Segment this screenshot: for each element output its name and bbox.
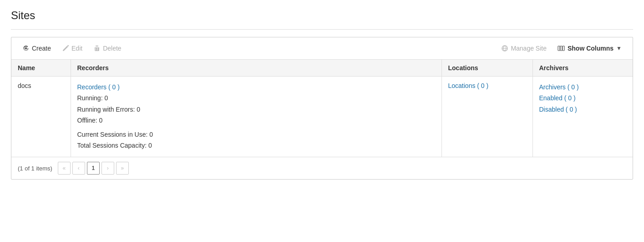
pagination-summary: (1 of 1 items) [18,165,52,172]
pagination-first-button[interactable]: « [58,162,71,175]
delete-icon [93,45,101,52]
toolbar: Create Edit Delete [11,37,633,60]
archivers-link[interactable]: Archivers ( 0 ) [539,83,579,91]
col-header-archivers: Archivers [532,60,633,77]
create-label: Create [32,45,51,52]
recorders-line6: Total Sessions Capacity: 0 [77,140,435,150]
table-header-row: Name Recorders Locations Archivers [11,60,633,77]
sites-table: Name Recorders Locations Archivers docs … [11,60,633,157]
recorders-link[interactable]: Recorders ( 0 ) [77,83,120,91]
create-icon [22,45,30,52]
recorders-line4: Offline: 0 [77,115,435,125]
col-header-name: Name [11,60,71,77]
delete-label: Delete [103,45,121,52]
manage-site-icon [501,45,508,52]
archivers-disabled-link[interactable]: Disabled ( 0 ) [539,106,577,113]
toolbar-right: Manage Site Show Columns ▼ [497,42,626,55]
delete-button[interactable]: Delete [89,42,126,55]
dropdown-arrow-icon: ▼ [616,45,622,51]
archivers-line1: Archivers ( 0 ) [539,82,627,92]
recorders-line5: Current Sessions in Use: 0 [77,129,435,139]
cell-locations: Locations ( 0 ) [441,77,532,157]
create-button[interactable]: Create [18,42,56,55]
recorders-line1: Recorders ( 0 ) [77,82,435,92]
show-columns-icon [558,45,565,52]
show-columns-button[interactable]: Show Columns ▼ [553,42,626,55]
recorders-line3: Running with Errors: 0 [77,104,435,114]
sites-panel: Create Edit Delete [11,37,633,180]
col-header-recorders: Recorders [71,60,441,77]
edit-button[interactable]: Edit [57,42,87,55]
svg-rect-3 [560,46,562,51]
pagination-prev-button[interactable]: ‹ [72,162,85,175]
archivers-line2: Enabled ( 0 ) [539,93,627,103]
locations-link[interactable]: Locations ( 0 ) [448,82,489,89]
cell-archivers: Archivers ( 0 ) Enabled ( 0 ) Disabled (… [532,77,633,157]
pagination: (1 of 1 items) « ‹ 1 › » [11,157,633,179]
pagination-page-1-button[interactable]: 1 [87,162,100,175]
recorders-line2: Running: 0 [77,93,435,103]
cell-recorders: Recorders ( 0 ) Running: 0 Running with … [71,77,441,157]
show-columns-label: Show Columns [568,45,614,52]
cell-name: docs [11,77,71,157]
pagination-last-button[interactable]: » [116,162,129,175]
col-header-locations: Locations [441,60,532,77]
edit-icon [62,45,69,52]
manage-site-label: Manage Site [511,45,547,52]
page-title: Sites [11,9,633,22]
archivers-enabled-link[interactable]: Enabled ( 0 ) [539,94,576,102]
manage-site-button[interactable]: Manage Site [497,42,551,55]
archivers-line3: Disabled ( 0 ) [539,104,627,114]
svg-rect-2 [558,46,560,51]
edit-label: Edit [71,45,82,52]
table-row: docs Recorders ( 0 ) Running: 0 Running … [11,77,633,157]
page-divider [11,29,633,30]
svg-rect-4 [563,46,564,51]
pagination-next-button[interactable]: › [101,162,114,175]
